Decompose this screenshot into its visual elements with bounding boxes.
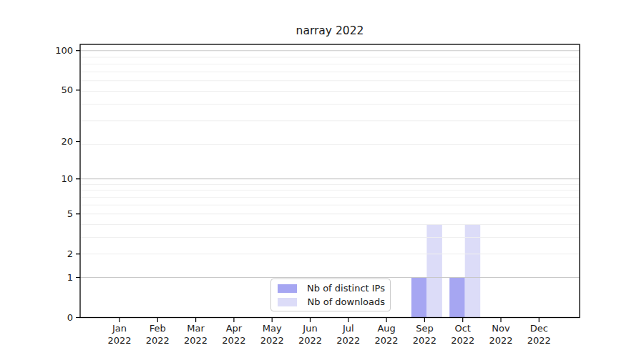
y-tick-label: 10 xyxy=(61,173,73,184)
x-tick-label-year: 2022 xyxy=(451,335,474,346)
x-tick-label-month: Mar xyxy=(187,323,205,334)
chart-canvas: narray 2022 0125102050100Jan2022Feb2022M… xyxy=(0,0,644,358)
y-tick-label: 20 xyxy=(61,136,73,147)
legend-label: Nb of downloads xyxy=(305,296,385,307)
y-tick-label: 2 xyxy=(67,248,73,259)
x-tick-label-month: Feb xyxy=(150,323,166,334)
x-tick-label-month: Jul xyxy=(342,323,354,334)
y-tick-label: 5 xyxy=(67,208,73,219)
x-tick-label-month: Oct xyxy=(454,323,470,334)
x-tick-label-year: 2022 xyxy=(222,335,245,346)
legend-swatch-distinct-ips xyxy=(278,284,297,293)
x-tick-label-month: Jun xyxy=(302,323,317,334)
x-tick-label-year: 2022 xyxy=(413,335,436,346)
bar-distinct-ips-sep xyxy=(411,278,427,318)
x-tick-label-month: Aug xyxy=(377,323,395,334)
x-tick-label-year: 2022 xyxy=(184,335,208,346)
legend-label: Nb of distinct IPs xyxy=(305,283,385,294)
legend-item: Nb of distinct IPs xyxy=(275,282,385,294)
bar-downloads-sep xyxy=(426,224,442,317)
x-tick-label-year: 2022 xyxy=(336,335,360,346)
x-tick-label-year: 2022 xyxy=(527,335,551,346)
x-tick-label-year: 2022 xyxy=(375,335,399,346)
bar-downloads-oct xyxy=(465,224,481,317)
y-tick-label: 1 xyxy=(67,272,73,283)
x-tick-label-month: Jan xyxy=(112,323,127,334)
x-tick-label-year: 2022 xyxy=(146,335,170,346)
legend-swatch-downloads xyxy=(278,298,297,306)
x-tick-label-year: 2022 xyxy=(489,335,512,346)
x-tick-label-year: 2022 xyxy=(298,335,322,346)
legend-item: Nb of downloads xyxy=(275,296,385,308)
x-tick-label-year: 2022 xyxy=(107,335,131,346)
x-tick-label-month: May xyxy=(263,323,282,334)
legend: Nb of distinct IPs Nb of downloads xyxy=(270,279,391,311)
x-tick-label-month: Apr xyxy=(226,323,243,334)
y-tick-label: 50 xyxy=(61,84,73,95)
x-tick-label-month: Sep xyxy=(416,323,434,334)
y-tick-label: 100 xyxy=(55,45,73,56)
axes-spines xyxy=(80,44,580,318)
bar-distinct-ips-oct xyxy=(449,278,465,318)
x-tick-label-year: 2022 xyxy=(260,335,284,346)
x-tick-label-month: Dec xyxy=(530,323,548,334)
x-tick-label-month: Nov xyxy=(492,323,510,334)
y-tick-label: 0 xyxy=(67,312,73,323)
